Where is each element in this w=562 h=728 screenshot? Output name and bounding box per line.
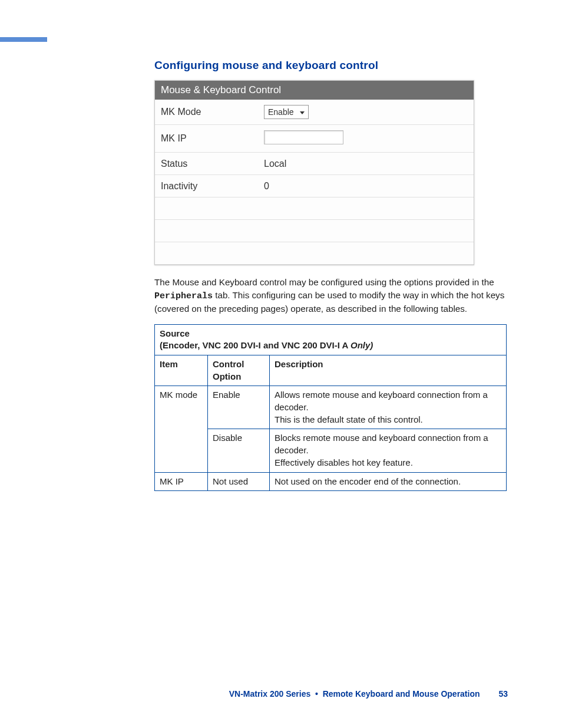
col-desc: Description — [270, 355, 507, 386]
mouse-keyboard-panel: Mouse & Keyboard Control MK Mode Enable … — [154, 80, 474, 265]
col-item: Item — [155, 355, 208, 386]
footer-product: VN-Matrix 200 Series — [229, 689, 311, 699]
header-accent — [0, 37, 47, 42]
source-sub-a: (Encoder, VNC 200 DVI-I and VNC 200 DVI-… — [160, 340, 351, 350]
status-label: Status — [155, 153, 258, 175]
table-row-item: MK mode — [155, 386, 208, 472]
footer-page-number: 53 — [498, 689, 508, 699]
body-paragraph: The Mouse and Keyboard control may be co… — [154, 276, 508, 315]
page-footer: VN-Matrix 200 Series • Remote Keyboard a… — [0, 689, 562, 699]
mk-ip-input[interactable] — [264, 130, 343, 144]
mk-ip-label: MK IP — [155, 125, 258, 153]
mk-mode-select[interactable]: Enable — [264, 105, 309, 119]
peripherals-tab-name: Peripherals — [154, 291, 213, 301]
inactivity-value: 0 — [258, 175, 474, 197]
col-control: Control Option — [208, 355, 270, 386]
inactivity-label: Inactivity — [155, 175, 258, 197]
source-sub-only: Only) — [351, 340, 373, 350]
footer-section: Remote Keyboard and Mouse Operation — [323, 689, 480, 699]
status-value: Local — [258, 153, 474, 175]
table-row-item: MK IP — [155, 472, 208, 491]
mk-mode-label: MK Mode — [155, 100, 258, 125]
table-row-option: Disable — [208, 429, 270, 472]
panel-title: Mouse & Keyboard Control — [155, 81, 474, 100]
source-table: Source (Encoder, VNC 200 DVI-I and VNC 2… — [154, 324, 507, 492]
table-row-option: Not used — [208, 472, 270, 491]
table-row-desc: Not used on the encoder end of the conne… — [270, 472, 507, 491]
body-text-a: The Mouse and Keyboard control may be co… — [154, 277, 494, 287]
table-row-desc: Allows remote mouse and keyboard connect… — [270, 386, 507, 429]
source-title: Source — [160, 328, 190, 338]
section-heading: Configuring mouse and keyboard control — [154, 59, 508, 72]
table-row-desc: Blocks remote mouse and keyboard connect… — [270, 429, 507, 472]
table-row-option: Enable — [208, 386, 270, 429]
mk-mode-select-value: Enable — [268, 107, 294, 117]
